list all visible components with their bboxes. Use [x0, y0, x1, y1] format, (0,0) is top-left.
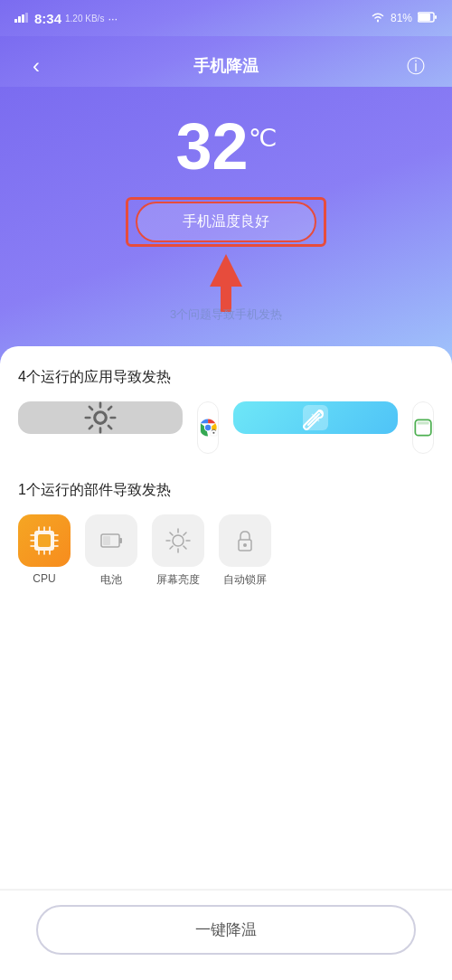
temp-value: 32	[175, 110, 248, 183]
svg-rect-6	[419, 14, 430, 21]
status-bar: 8:34 1.20 KB/s ··· 81%	[0, 0, 452, 36]
signal-icon	[14, 12, 31, 25]
component-cpu[interactable]: CPU	[18, 514, 71, 588]
cpu-icon	[18, 514, 71, 567]
svg-line-44	[170, 546, 173, 549]
bottom-bar: 一键降温	[0, 890, 452, 980]
svg-point-13	[212, 432, 214, 434]
battery-percentage: 81%	[391, 12, 412, 24]
app-icon-settings[interactable]	[18, 401, 183, 434]
cool-button[interactable]: 一键降温	[36, 905, 416, 955]
temperature-display: 32℃	[18, 114, 434, 179]
back-button[interactable]: ‹	[18, 53, 54, 79]
app-icon-chrome[interactable]	[197, 401, 219, 454]
time-display: 8:34	[34, 11, 61, 26]
page-title: 手机降温	[54, 55, 398, 77]
svg-rect-0	[14, 19, 17, 23]
svg-line-42	[184, 546, 186, 549]
header: ‹ 手机降温 ⓘ	[0, 36, 452, 87]
battery-comp-icon	[85, 514, 137, 567]
status-right: 81%	[371, 12, 438, 25]
lock-screen-label: 自动锁屏	[223, 572, 267, 588]
status-dots: ···	[108, 12, 118, 25]
svg-rect-34	[119, 538, 122, 543]
battery-comp-label: 电池	[100, 572, 122, 588]
svg-point-46	[243, 543, 247, 547]
components-section: 1个运行的部件导致发热	[18, 481, 434, 588]
svg-point-8	[95, 412, 107, 424]
app-icon-green[interactable]	[412, 401, 434, 454]
svg-point-11	[205, 425, 211, 430]
status-left: 8:34 1.20 KB/s ···	[14, 11, 118, 26]
arrow-up-icon	[210, 254, 242, 287]
status-button-container: 手机温度良好	[18, 197, 434, 247]
svg-line-41	[170, 532, 173, 535]
app-icon-tools[interactable]	[233, 401, 398, 434]
cool-button-label: 一键降温	[195, 921, 257, 938]
apps-row	[18, 401, 434, 454]
temp-unit: ℃	[249, 124, 277, 152]
brightness-icon	[152, 514, 204, 567]
arrow-annotation: 3个问题导致手机发热	[18, 247, 434, 319]
svg-rect-3	[25, 13, 28, 23]
components-section-title: 1个运行的部件导致发热	[18, 481, 434, 500]
svg-line-43	[184, 532, 186, 535]
svg-rect-7	[435, 15, 437, 19]
apps-section: 4个运行的应用导致发热	[18, 368, 434, 454]
lock-screen-icon	[219, 514, 271, 567]
info-button[interactable]: ⓘ	[398, 54, 434, 79]
red-border-annotation: 手机温度良好	[126, 197, 326, 247]
brightness-label: 屏幕亮度	[156, 572, 200, 588]
svg-rect-20	[38, 534, 51, 547]
component-battery: 电池	[85, 514, 137, 588]
hero-section: 32℃ 手机温度良好 3个问题导致手机发热	[0, 87, 452, 364]
network-speed: 1.20 KB/s	[65, 14, 104, 24]
status-label: 手机温度良好	[183, 213, 269, 229]
svg-point-4	[377, 20, 379, 22]
main-content: 4个运行的应用导致发热	[0, 346, 452, 889]
svg-point-36	[173, 535, 184, 546]
component-brightness: 屏幕亮度	[152, 514, 204, 588]
status-button[interactable]: 手机温度良好	[136, 202, 316, 242]
svg-rect-18	[418, 422, 429, 425]
components-row: CPU 电池	[18, 514, 434, 588]
svg-rect-35	[103, 536, 110, 545]
wifi-icon	[371, 12, 385, 25]
svg-rect-2	[22, 14, 24, 23]
svg-rect-1	[18, 16, 21, 23]
battery-icon	[418, 12, 438, 25]
hint-text: 3个问题导致手机发热	[170, 306, 282, 323]
apps-section-title: 4个运行的应用导致发热	[18, 368, 434, 387]
cpu-label: CPU	[33, 572, 55, 585]
component-lock-screen: 自动锁屏	[219, 514, 271, 588]
